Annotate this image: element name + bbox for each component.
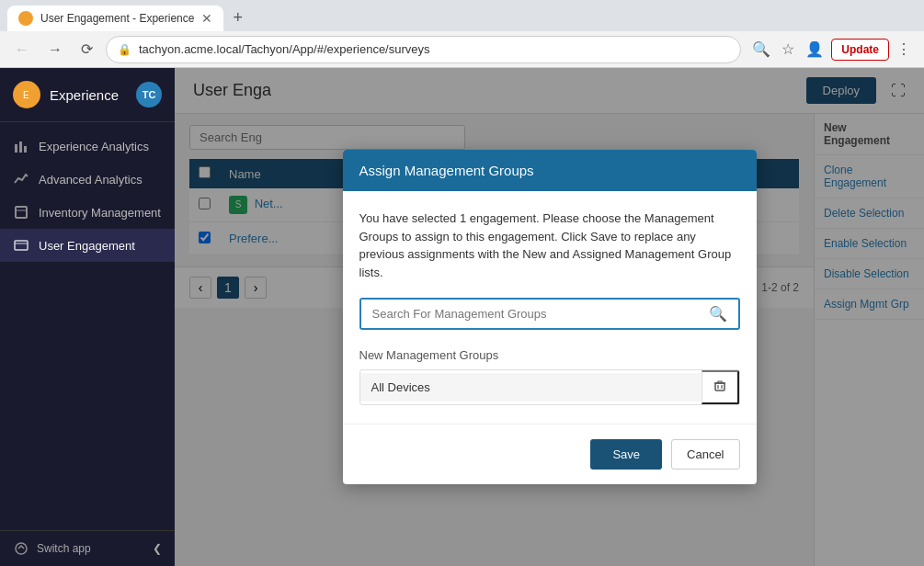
sidebar-item-advanced-analytics[interactable]: Advanced Analytics [0, 163, 175, 196]
modal-footer: Save Cancel [343, 424, 757, 484]
user-avatar[interactable]: TC [136, 82, 162, 108]
cancel-button[interactable]: Cancel [671, 439, 739, 470]
switch-app-footer[interactable]: Switch app ❮ [0, 530, 175, 566]
tab-close-btn[interactable]: ✕ [201, 11, 212, 26]
tab-title: User Engagement - Experience [40, 12, 194, 25]
svg-point-10 [16, 543, 27, 554]
svg-rect-8 [15, 241, 28, 250]
main-content: User Enga Deploy ⛶ Name [175, 68, 924, 566]
management-group-search-button[interactable]: 🔍 [698, 300, 738, 328]
forward-button[interactable]: → [42, 38, 68, 62]
sidebar-item-label: Advanced Analytics [39, 173, 143, 187]
sidebar-item-experience-analytics[interactable]: Experience Analytics [0, 130, 175, 163]
browser-tab-bar: User Engagement - Experience ✕ + [0, 0, 924, 31]
modal-title: Assign Management Groups [359, 163, 534, 178]
sidebar-item-label: User Engagement [39, 239, 135, 253]
url-text: tachyon.acme.local/Tachyon/App/#/experie… [139, 42, 729, 56]
toolbar-icons: 🔍 ☆ 👤 Update ⋮ [748, 37, 915, 62]
advanced-icon [13, 171, 29, 187]
sidebar-nav: Experience Analytics Advanced Analytics … [0, 122, 175, 530]
update-button[interactable]: Update [831, 39, 889, 61]
app-title: Experience [50, 87, 119, 103]
address-bar[interactable]: 🔒 tachyon.acme.local/Tachyon/App/#/exper… [106, 36, 741, 63]
section-label: New Management Groups [359, 348, 740, 362]
svg-rect-11 [715, 383, 724, 391]
lock-icon: 🔒 [118, 43, 131, 56]
management-group-item: All Devices [359, 369, 740, 405]
modal-overlay: Assign Management Groups You have select… [175, 68, 924, 566]
modal-header: Assign Management Groups [343, 150, 757, 191]
analytics-icon [13, 138, 29, 154]
svg-rect-4 [19, 142, 22, 153]
svg-rect-6 [16, 207, 27, 218]
back-button[interactable]: ← [9, 38, 35, 62]
svg-text:E: E [23, 90, 29, 100]
tab-favicon [18, 11, 33, 26]
app-container: E Experience TC Experience Analytics Adv… [0, 68, 924, 566]
bookmark-icon[interactable]: ☆ [778, 37, 798, 62]
modal-description: You have selected 1 engagement. Please c… [359, 209, 740, 281]
management-group-name: All Devices [360, 373, 702, 402]
management-group-search-input[interactable] [361, 300, 698, 328]
switch-app-label: Switch app [37, 542, 91, 555]
sidebar-item-label: Inventory Management [39, 206, 161, 220]
svg-rect-3 [15, 144, 17, 153]
browser-toolbar: ← → ⟳ 🔒 tachyon.acme.local/Tachyon/App/#… [0, 31, 924, 68]
svg-point-0 [21, 14, 30, 23]
sidebar-item-label: Experience Analytics [39, 140, 149, 153]
modal-body: You have selected 1 engagement. Please c… [343, 191, 757, 424]
switch-icon [13, 540, 29, 557]
management-group-delete-button[interactable] [702, 370, 739, 404]
profile-icon[interactable]: 👤 [802, 37, 827, 62]
sidebar-header: E Experience TC [0, 68, 175, 122]
engagement-icon [13, 237, 29, 254]
save-button[interactable]: Save [590, 439, 662, 470]
app-logo: E [13, 81, 40, 108]
svg-rect-5 [24, 146, 27, 153]
search-icon[interactable]: 🔍 [748, 37, 774, 62]
assign-management-groups-modal: Assign Management Groups You have select… [343, 150, 757, 484]
sidebar-item-user-engagement[interactable]: User Engagement [0, 229, 175, 262]
management-group-search: 🔍 [359, 298, 740, 330]
reload-button[interactable]: ⟳ [75, 37, 98, 62]
sidebar: E Experience TC Experience Analytics Adv… [0, 68, 175, 566]
new-tab-button[interactable]: + [225, 5, 250, 31]
collapse-icon[interactable]: ❮ [153, 542, 162, 555]
active-tab[interactable]: User Engagement - Experience ✕ [7, 6, 223, 31]
inventory-icon [13, 204, 29, 221]
sidebar-item-inventory-management[interactable]: Inventory Management [0, 196, 175, 229]
menu-icon[interactable]: ⋮ [893, 37, 915, 62]
